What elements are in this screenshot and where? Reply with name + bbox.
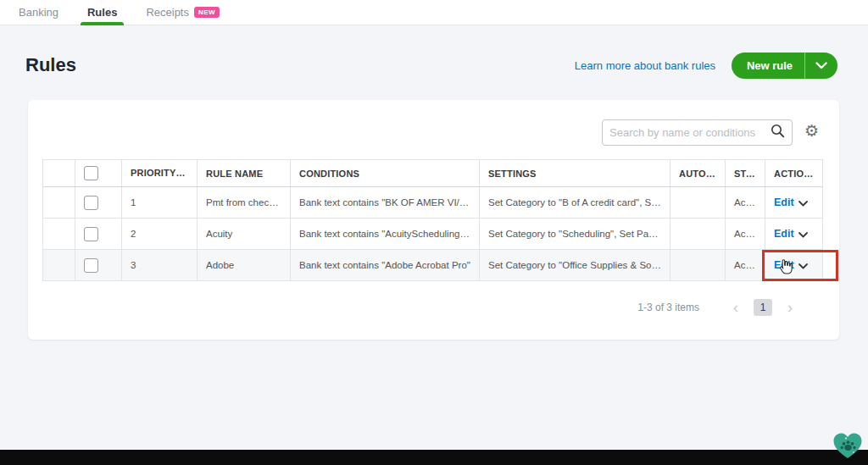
chevron-down-icon[interactable] [798,198,808,208]
drag-column-header [43,160,75,187]
checkbox-cell [75,250,122,281]
col-priority: PRIORITY? [122,160,198,187]
page-number-button[interactable]: 1 [754,299,772,316]
chevron-down-icon[interactable] [805,62,837,69]
heart-paw-logo [832,432,863,463]
chevron-left-icon[interactable]: ‹ [725,300,747,315]
col-actions: ACTIONS [765,160,823,187]
conditions-cell: Bank text contains "AcuityScheduling.com… [291,219,480,250]
drag-cell [43,219,75,250]
select-all-header [75,160,122,187]
status-cell: Active [726,187,765,219]
learn-more-link[interactable]: Learn more about bank rules [575,59,715,72]
search-icon[interactable] [771,124,785,141]
rule-name-cell: Acuity [198,219,291,250]
rules-card: ⚙ PRIORITY? RULE NAME CONDITIONS SETTING… [28,100,839,340]
edit-button[interactable]: Edit [774,197,794,208]
video-letterbox-strip [0,450,868,465]
drag-cell [43,250,75,281]
conditions-cell: Bank text contains "BK OF AMER VI/MC ... [291,187,480,219]
pagination: 1-3 of 3 items ‹ 1 › [637,299,801,316]
actions-cell: Edit [765,250,823,281]
auto-add-cell [670,187,726,219]
status-cell: Active [726,250,765,281]
row-checkbox[interactable] [84,258,98,273]
col-conditions: CONDITIONS [291,160,480,187]
pagination-summary: 1-3 of 3 items [637,302,699,313]
chevron-down-icon[interactable] [798,230,808,240]
status-cell: Active [726,219,765,250]
settings-cell: Set Category to "Scheduling", Set Payee … [480,219,670,250]
edit-button[interactable]: Edit [774,228,794,240]
select-all-checkbox[interactable] [84,166,98,180]
gear-icon[interactable]: ⚙ [804,123,819,139]
new-badge: NEW [194,7,220,18]
row-checkbox[interactable] [84,196,98,210]
col-priority-label: PRIORITY [131,168,186,178]
priority-cell: 3 [122,250,198,281]
rule-name-cell: Pmt from checkin... [198,187,291,219]
auto-add-cell [670,219,726,250]
col-rule-name: RULE NAME [198,160,291,187]
tab-rules[interactable]: Rules [87,0,117,25]
chevron-down-icon[interactable] [798,261,808,271]
priority-cell: 1 [122,187,198,219]
tab-bar: Banking Rules Receipts NEW [0,0,868,25]
new-rule-button-label: New rule [732,59,804,72]
search-input[interactable] [609,126,771,139]
chevron-right-icon[interactable]: › [779,300,801,315]
rules-table: PRIORITY? RULE NAME CONDITIONS SETTINGS … [42,159,823,281]
checkbox-cell [75,219,122,250]
col-status: STATUS [726,160,765,187]
table-row: 3AdobeBank text contains "Adobe Acrobat … [43,250,823,281]
checkbox-cell [75,187,122,219]
conditions-cell: Bank text contains "Adobe Acrobat Pro" [291,250,480,281]
rule-name-cell: Adobe [198,250,291,281]
auto-add-cell [670,250,726,281]
table-row: 2AcuityBank text contains "AcuitySchedul… [43,219,823,250]
page-title: Rules [25,54,76,76]
tab-receipts-label: Receipts [146,6,189,19]
tab-rules-label: Rules [87,6,117,19]
col-auto-add: AUTO-ADD [670,160,726,187]
tab-banking-label: Banking [19,6,58,19]
search-box [602,119,793,146]
tab-banking[interactable]: Banking [19,0,58,25]
table-row: 1Pmt from checkin...Bank text contains "… [43,187,823,219]
actions-cell: Edit [765,219,823,250]
tab-receipts[interactable]: Receipts NEW [146,0,220,25]
priority-cell: 2 [122,219,198,250]
drag-cell [43,187,75,219]
col-settings: SETTINGS [480,160,670,187]
new-rule-button[interactable]: New rule [732,53,837,79]
settings-cell: Set Category to "B of A credit card", Se… [480,187,670,219]
edit-button[interactable]: Edit [774,259,794,271]
actions-cell: Edit [765,187,823,219]
active-tab-underline [81,22,124,25]
table-header-row: PRIORITY? RULE NAME CONDITIONS SETTINGS … [43,160,823,187]
settings-cell: Set Category to "Office Supplies & Softw… [480,250,670,281]
row-checkbox[interactable] [84,227,98,241]
